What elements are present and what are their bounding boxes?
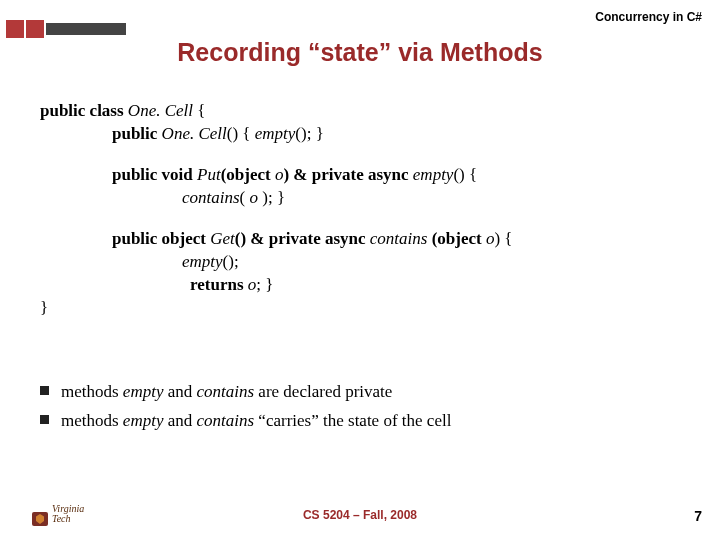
txt: (); xyxy=(223,252,239,271)
ident: empty xyxy=(123,382,164,401)
ident: contains xyxy=(182,188,240,207)
ident: empty xyxy=(413,165,454,184)
code-block: public class One. Cell { public One. Cel… xyxy=(40,100,680,320)
deco-square xyxy=(26,20,44,38)
bullet-text: methods empty and contains “carries” the… xyxy=(61,409,451,434)
ident: o xyxy=(250,188,259,207)
ident: Put xyxy=(197,165,221,184)
txt: (); } xyxy=(295,124,323,143)
txt: methods xyxy=(61,411,123,430)
ident: One. Cell xyxy=(162,124,227,143)
kw: returns xyxy=(190,275,248,294)
code-line: } xyxy=(40,297,680,320)
bullet-item: methods empty and contains are declared … xyxy=(40,380,680,405)
ident: empty xyxy=(182,252,223,271)
txt: ) { xyxy=(494,229,512,248)
footer-course: CS 5204 – Fall, 2008 xyxy=(0,508,720,522)
code-line: public class One. Cell { xyxy=(40,100,680,123)
txt: and xyxy=(163,382,196,401)
code-line: contains( o ); } xyxy=(40,187,680,210)
page-number: 7 xyxy=(694,508,702,524)
kw: () & private async xyxy=(235,229,370,248)
kw: public xyxy=(112,124,162,143)
ident: empty xyxy=(255,124,296,143)
blank-line xyxy=(40,210,680,228)
txt: are declared private xyxy=(254,382,392,401)
blank-line xyxy=(40,146,680,164)
code-line: public object Get() & private async cont… xyxy=(40,228,680,251)
ident: empty xyxy=(123,411,164,430)
corner-decoration xyxy=(0,18,130,40)
kw: public object xyxy=(112,229,210,248)
txt: “carries” the state of the cell xyxy=(254,411,451,430)
txt: { xyxy=(193,101,205,120)
ident: One. Cell xyxy=(128,101,193,120)
slide-title: Recording “state” via Methods xyxy=(0,38,720,67)
ident: contains xyxy=(197,411,255,430)
code-line: public One. Cell() { empty(); } xyxy=(40,123,680,146)
code-line: public void Put(object o) & private asyn… xyxy=(40,164,680,187)
ident: contains xyxy=(370,229,432,248)
header-label: Concurrency in C# xyxy=(595,10,702,24)
deco-bar xyxy=(46,23,126,35)
bullet-list: methods empty and contains are declared … xyxy=(40,380,680,437)
ident: contains xyxy=(197,382,255,401)
bullet-square-icon xyxy=(40,386,49,395)
txt: and xyxy=(163,411,196,430)
kw: public class xyxy=(40,101,128,120)
kw: public void xyxy=(112,165,197,184)
txt: methods xyxy=(61,382,123,401)
bullet-square-icon xyxy=(40,415,49,424)
bullet-item: methods empty and contains “carries” the… xyxy=(40,409,680,434)
txt: () { xyxy=(227,124,255,143)
txt: () { xyxy=(453,165,477,184)
txt: ; } xyxy=(256,275,273,294)
deco-square xyxy=(6,20,24,38)
txt: ( xyxy=(240,188,250,207)
code-line: empty(); xyxy=(40,251,680,274)
txt: ); } xyxy=(258,188,285,207)
ident: Get xyxy=(210,229,235,248)
code-line: returns o; } xyxy=(40,274,680,297)
kw: (object xyxy=(432,229,486,248)
ident: o xyxy=(248,275,257,294)
bullet-text: methods empty and contains are declared … xyxy=(61,380,392,405)
kw: ) & private async xyxy=(283,165,412,184)
kw: (object xyxy=(221,165,275,184)
